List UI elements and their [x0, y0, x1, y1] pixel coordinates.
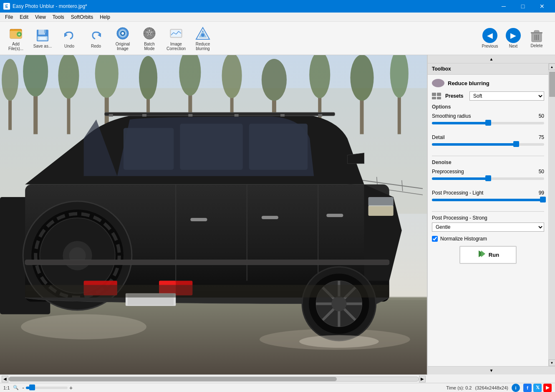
- preprocessing-slider-container[interactable]: [432, 177, 544, 186]
- menu-file[interactable]: File: [2, 13, 16, 21]
- detail-label: Detail: [432, 134, 445, 140]
- svg-rect-88: [188, 114, 192, 116]
- twitter-icon[interactable]: 𝕏: [533, 384, 542, 392]
- svg-rect-114: [25, 260, 389, 265]
- save-as-icon: [35, 28, 50, 43]
- post-processing-strong-row: Post Processing - Strong Gentle Normal S…: [432, 215, 544, 232]
- svg-point-17: [149, 33, 150, 34]
- maximize-button[interactable]: □: [513, 0, 532, 13]
- save-as-button[interactable]: Save as...: [30, 24, 55, 53]
- reduce-blurring-button[interactable]: Reduce blurring: [190, 24, 215, 53]
- undo-button[interactable]: Undo: [57, 24, 82, 53]
- delete-label: Delete: [531, 43, 543, 48]
- batch-mode-button[interactable]: Batch Mode: [137, 24, 162, 53]
- zoom-slider-container[interactable]: - +: [22, 384, 73, 391]
- svg-text:+: +: [18, 32, 20, 37]
- scroll-thumb-h[interactable]: [9, 377, 337, 381]
- svg-rect-86: [109, 114, 113, 116]
- menu-edit[interactable]: Edit: [16, 13, 32, 21]
- preprocessing-fill: [432, 177, 488, 180]
- facebook-icon[interactable]: f: [523, 384, 532, 392]
- toolbox-scroll-up[interactable]: ▲: [427, 55, 555, 63]
- normalize-histogram-row: Normalize Histogram: [432, 236, 544, 242]
- svg-rect-84: [326, 214, 343, 217]
- normalize-histogram-checkbox[interactable]: [432, 236, 438, 242]
- minimize-button[interactable]: ─: [494, 0, 513, 13]
- run-btn-container: Run: [432, 246, 544, 264]
- run-button[interactable]: Run: [459, 246, 517, 264]
- add-files-icon: +: [8, 26, 23, 41]
- add-files-label: Add File(s)...: [8, 42, 23, 51]
- image-correction-button[interactable]: Image Correction: [164, 24, 189, 53]
- detail-slider-container[interactable]: [432, 143, 544, 152]
- scroll-up-arrow[interactable]: ▲: [549, 63, 555, 70]
- reduce-blurring-label: Reduce blurring: [448, 80, 489, 86]
- previous-button[interactable]: ◀ Previous: [478, 24, 502, 53]
- svg-point-26: [201, 33, 204, 37]
- toolbox-scroll-down[interactable]: ▼: [427, 366, 555, 374]
- svg-rect-103: [368, 205, 394, 216]
- smoothing-radius-track: [432, 122, 544, 124]
- scroll-down-arrow[interactable]: ▼: [549, 359, 555, 366]
- divider-2: [432, 211, 544, 212]
- next-button[interactable]: ▶ Next: [502, 24, 525, 53]
- undo-label: Undo: [64, 44, 74, 48]
- svg-rect-6: [44, 30, 46, 33]
- scroll-thumb[interactable]: [549, 72, 555, 97]
- svg-rect-76: [124, 128, 174, 169]
- svg-rect-77: [180, 124, 242, 169]
- svg-rect-117: [437, 93, 441, 96]
- image-container: [0, 55, 427, 374]
- preprocessing-header: Preprocessing 50: [432, 169, 544, 175]
- smoothing-radius-thumb[interactable]: [485, 120, 491, 126]
- toolbar: + Add File(s)... Save as... Undo: [0, 22, 555, 55]
- zoom-icon: 🔍: [13, 385, 19, 390]
- post-processing-strong-select[interactable]: Gentle Normal Strong: [432, 223, 544, 232]
- zoom-thumb[interactable]: [29, 384, 35, 390]
- scroll-left-arrow[interactable]: ◀: [2, 376, 8, 382]
- horizontal-scrollbar[interactable]: ◀ ▶: [0, 374, 427, 383]
- info-button[interactable]: i: [512, 384, 520, 392]
- status-right: Time (s): 0.2 (3264x2448x24) i f 𝕏 ▶: [446, 384, 552, 392]
- detail-row: Detail 75: [432, 134, 544, 152]
- original-image-button[interactable]: Original Image: [110, 24, 135, 53]
- svg-rect-8: [39, 37, 46, 40]
- preprocessing-thumb[interactable]: [485, 175, 491, 181]
- delete-button[interactable]: Delete: [525, 24, 548, 53]
- smoothing-radius-slider-container[interactable]: [432, 122, 544, 130]
- youtube-icon[interactable]: ▶: [543, 384, 552, 392]
- car-svg: [0, 55, 427, 374]
- status-left: 1:1 🔍 - +: [3, 384, 73, 391]
- original-image-label: Original Image: [116, 42, 130, 51]
- image-area[interactable]: [0, 55, 427, 374]
- smoothing-radius-value: 50: [539, 113, 544, 119]
- image-correction-icon: [169, 26, 184, 41]
- svg-rect-78: [249, 124, 308, 169]
- next-icon: ▶: [506, 28, 521, 43]
- detail-value: 75: [539, 134, 544, 140]
- detail-thumb[interactable]: [513, 141, 519, 147]
- close-button[interactable]: ✕: [532, 0, 552, 13]
- reduce-blurring-icon: [195, 26, 210, 41]
- add-files-button[interactable]: + Add File(s)...: [3, 24, 28, 53]
- presets-label: Presets: [445, 93, 466, 99]
- post-processing-light-thumb[interactable]: [540, 197, 546, 202]
- scroll-right-arrow[interactable]: ▶: [419, 376, 426, 382]
- menu-view[interactable]: View: [32, 13, 49, 21]
- post-processing-light-slider-container[interactable]: [432, 199, 544, 207]
- post-processing-strong-label: Post Processing - Strong: [432, 215, 487, 221]
- svg-point-72: [21, 314, 146, 339]
- menu-softorbits[interactable]: SoftOrbits: [68, 13, 96, 21]
- zoom-minus[interactable]: -: [22, 384, 24, 391]
- menu-help[interactable]: Help: [96, 13, 114, 21]
- presets-select[interactable]: Soft Normal Strong Custom: [469, 91, 544, 101]
- svg-rect-30: [531, 32, 542, 33]
- smoothing-radius-row: Smoothing radius 50: [432, 113, 544, 130]
- svg-rect-119: [437, 97, 441, 99]
- zoom-track[interactable]: [26, 387, 68, 389]
- svg-point-27: [202, 30, 204, 32]
- redo-button[interactable]: Redo: [83, 24, 108, 53]
- zoom-plus[interactable]: +: [69, 384, 73, 391]
- toolbox-header: Toolbox: [428, 63, 548, 75]
- menu-tools[interactable]: Tools: [49, 13, 68, 21]
